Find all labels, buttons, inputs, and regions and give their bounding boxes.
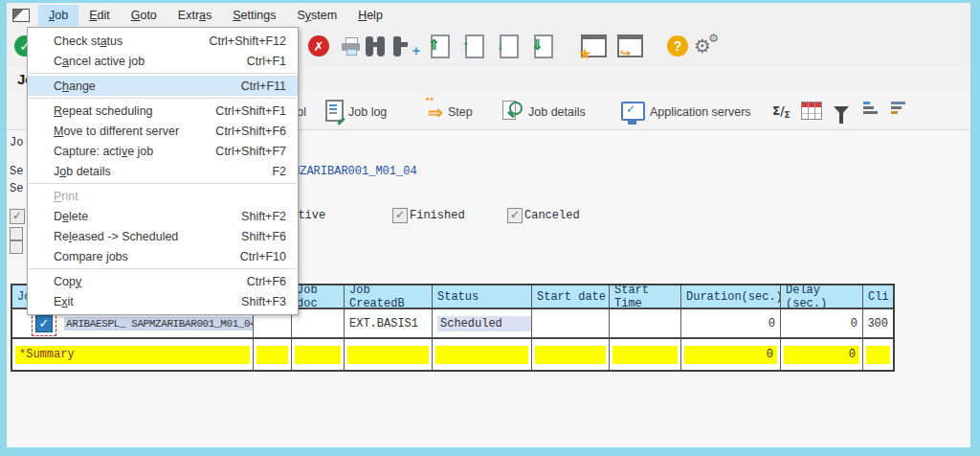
sap-screen-icon[interactable] (12, 9, 30, 22)
sort-descending-icon[interactable] (891, 102, 905, 116)
canceled-checkbox[interactable]: ✓ (507, 208, 523, 223)
menubar-item-job[interactable]: Job (38, 5, 78, 26)
window-frame-bottom (0, 447, 980, 456)
summary-cell (863, 339, 893, 370)
job-row-status-cell: Scheduled (433, 309, 532, 339)
job-row-client-cell: 300 (863, 309, 893, 339)
window-frame-right (970, 0, 980, 456)
customize-icon[interactable]: ⚙ (694, 34, 711, 58)
job-details-icon (502, 101, 523, 124)
menu-item-released-scheduled[interactable]: Released -> ScheduledShift+F6 (28, 226, 298, 246)
menu-item-job-details[interactable]: Job detailsF2 (28, 161, 298, 181)
menubar-item-system[interactable]: System (286, 5, 347, 26)
menu-shortcut: Ctrl+F10 (240, 250, 286, 263)
step-icon: ⇒ (428, 103, 443, 122)
menu-item-move-to-different-server[interactable]: Move to different serverCtrl+Shift+F6 (28, 121, 298, 141)
menubar-item-extras[interactable]: Extras (167, 5, 222, 26)
menu-item-copy[interactable]: CopyCtrl+F6 (28, 271, 298, 291)
job-log-button[interactable]: Job log (325, 101, 387, 124)
menubar-item-settings[interactable]: Settings (222, 5, 286, 26)
next-page-icon[interactable]: ↓ (500, 34, 519, 58)
subtotal-icon[interactable]: Σ/Σ (772, 102, 791, 120)
menu-shortcut: Ctrl+F6 (247, 275, 286, 288)
job-name[interactable]: ARIBAESPL_ SAPMZARIBAR001_M01_04 (64, 317, 254, 331)
menu-shortcut: Ctrl+Shift+F6 (215, 125, 286, 138)
job-row-job-createdby-cell: EXT.BASIS1 (345, 309, 433, 339)
job-row-job-doc-cell (292, 309, 345, 339)
menu-bar: JobEditGotoExtrasSettingsSystemHelp (7, 3, 970, 28)
canceled-checkbox-label: Canceled (524, 209, 580, 222)
column-header-status[interactable]: Status (433, 285, 532, 309)
summary-cell: 0 (781, 339, 863, 370)
summary-cell (433, 339, 532, 370)
menu-shortcut: Ctrl+Shift+F7 (215, 145, 286, 158)
column-header-delay-sec[interactable]: Delay (sec.) (781, 285, 863, 309)
column-header-start-time[interactable]: Start Time (610, 285, 681, 309)
finished-checkbox-label: Finished (410, 209, 465, 222)
column-header-cli[interactable]: Cli (863, 285, 893, 309)
sort-ascending-icon[interactable] (863, 102, 878, 116)
step-label: Step (448, 105, 473, 119)
menu-separator (29, 73, 297, 74)
info-text-fragment: Jo (10, 136, 23, 149)
finished-checkbox[interactable]: ✓ (392, 208, 408, 223)
new-session-icon[interactable]: ★ (581, 34, 607, 58)
create-shortcut-icon[interactable]: ↪ (617, 34, 643, 58)
row-select-checkbox[interactable]: ✓ (35, 315, 53, 332)
menu-separator (29, 268, 297, 269)
application-servers-button[interactable]: ✓Application servers (621, 101, 751, 124)
menu-item-capture-active-job[interactable]: Capture: active jobCtrl+Shift+F7 (28, 141, 298, 161)
find-next-icon[interactable]: + (393, 34, 413, 58)
previous-page-icon[interactable]: ↑ (465, 34, 484, 58)
window-frame-top (0, 0, 980, 3)
job-details-label: Job details (528, 105, 586, 119)
column-header-job-createdb[interactable]: Job CreatedB (345, 285, 433, 309)
menu-item-print[interactable]: Print (28, 186, 298, 206)
menu-shortcut: F2 (272, 165, 286, 178)
summary-cell (254, 339, 292, 370)
menu-shortcut: Ctrl+F11 (241, 80, 286, 93)
menu-item-exit[interactable]: ExitShift+F3 (28, 291, 298, 311)
job-log-label: Job log (348, 105, 387, 119)
last-page-icon[interactable]: ⇓ (534, 34, 553, 58)
info-text-fragment: Se (10, 182, 23, 195)
step-button[interactable]: ⇒Step (428, 101, 473, 124)
print-icon[interactable] (342, 34, 361, 58)
menu-item-cancel-active-job[interactable]: Cancel active jobCtrl+F1 (28, 51, 298, 71)
menu-item-change[interactable]: ChangeCtrl+F11 (28, 76, 298, 96)
summary-cell (345, 339, 433, 370)
menu-shortcut: Ctrl+Shift+F12 (209, 34, 286, 48)
menu-item-repeat-scheduling[interactable]: Repeat schedulingCtrl+Shift+F1 (28, 101, 298, 121)
status-filter-checkbox[interactable] (10, 240, 23, 254)
column-header-job-doc[interactable]: Job doc (292, 285, 345, 309)
menu-separator (29, 183, 297, 184)
menu-item-delete[interactable]: DeleteShift+F2 (28, 206, 298, 226)
column-header-start-date[interactable]: Start date (532, 285, 610, 309)
job-row-delay-cell: 0 (781, 309, 863, 339)
filter-icon[interactable] (834, 102, 849, 119)
column-header-duration-sec[interactable]: Duration(sec.) (681, 285, 781, 309)
status-filter-checkbox[interactable]: ✓ (10, 209, 25, 224)
job-menu: Check statusCtrl+Shift+F12Cancel active … (27, 27, 299, 315)
job-row-start-time-cell (610, 309, 681, 339)
layout-grid-icon[interactable] (801, 102, 822, 124)
help-icon[interactable]: ? (667, 34, 688, 58)
first-page-icon[interactable]: ⇑ (431, 34, 450, 58)
application-servers-label: Application servers (650, 105, 751, 119)
menubar-item-edit[interactable]: Edit (78, 5, 121, 26)
menu-item-check-status[interactable]: Check statusCtrl+Shift+F12 (28, 31, 298, 51)
find-icon[interactable] (366, 34, 386, 58)
cancel-icon[interactable]: ✗ (308, 34, 329, 58)
menu-shortcut: Ctrl+Shift+F1 (215, 104, 286, 118)
job-log-icon (325, 100, 344, 125)
summary-cell: *Summary (12, 339, 254, 370)
job-row-duration-cell: 0 (681, 309, 781, 339)
menu-separator (29, 98, 297, 99)
job-details-button[interactable]: Job details (502, 101, 586, 124)
menubar-item-help[interactable]: Help (347, 5, 393, 26)
selected-job-name: MZARIBAR001_M01_04 (293, 165, 417, 178)
status-filter-checkbox[interactable] (10, 227, 23, 240)
summary-cell (610, 339, 681, 370)
menubar-item-goto[interactable]: Goto (121, 5, 167, 26)
menu-item-compare-jobs[interactable]: Compare jobsCtrl+F10 (28, 246, 298, 266)
